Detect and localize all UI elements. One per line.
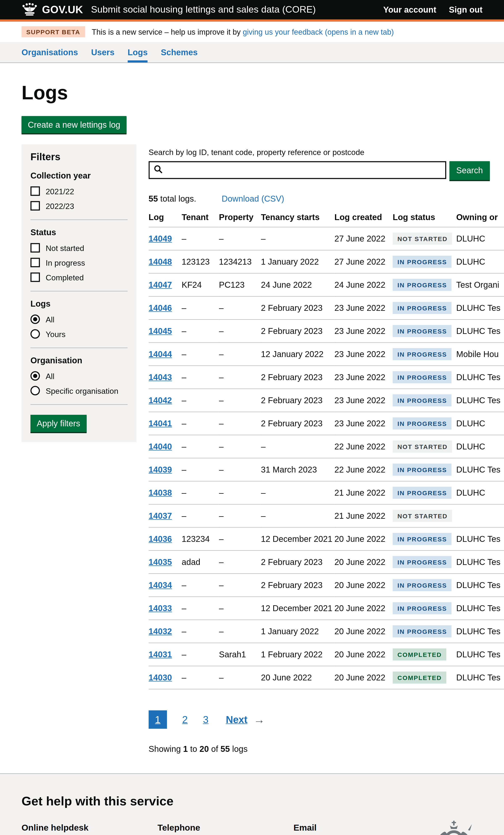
pagination-next-link[interactable]: Next bbox=[226, 714, 247, 726]
log-status-cell: IN PROGRESS bbox=[393, 296, 456, 320]
log-id-link[interactable]: 14040 bbox=[149, 442, 172, 451]
results-summary: 55 total logs. Download (CSV) bbox=[149, 194, 504, 204]
log-id-link[interactable]: 14045 bbox=[149, 326, 172, 335]
sign-out-link[interactable]: Sign out bbox=[449, 5, 483, 15]
log-id-link[interactable]: 14037 bbox=[149, 511, 172, 520]
radio-logs-all[interactable] bbox=[31, 314, 40, 324]
log-created-cell: 22 June 2022 bbox=[335, 458, 393, 481]
checkbox-in-progress[interactable] bbox=[31, 258, 40, 267]
feedback-link[interactable]: giving us your feedback (opens in a new … bbox=[243, 27, 394, 36]
crown-icon bbox=[22, 2, 38, 18]
checkbox-2022-23[interactable] bbox=[31, 201, 40, 211]
property-cell: – bbox=[219, 412, 261, 435]
log-status-cell: NOT STARTED bbox=[393, 227, 456, 250]
service-name[interactable]: Submit social housing lettings and sales… bbox=[91, 4, 316, 15]
property-cell: – bbox=[219, 620, 261, 643]
apply-filters-button[interactable]: Apply filters bbox=[31, 415, 86, 432]
log-id-link[interactable]: 14046 bbox=[149, 303, 172, 312]
log-id-link[interactable]: 14038 bbox=[149, 488, 172, 497]
column-header-tenancy-starts: Tenancy starts bbox=[261, 212, 335, 227]
log-id-link[interactable]: 14031 bbox=[149, 650, 172, 659]
log-id-link[interactable]: 14042 bbox=[149, 396, 172, 405]
search-label: Search by log ID, tenant code, property … bbox=[149, 148, 504, 157]
filter-group-status: Status bbox=[31, 228, 128, 237]
table-row: 14041––2 February 202323 June 2022IN PRO… bbox=[149, 412, 504, 435]
govuk-logo-text[interactable]: GOV.UK bbox=[42, 4, 83, 16]
radio-specific-organisation[interactable] bbox=[31, 386, 40, 395]
tenant-cell: – bbox=[182, 597, 219, 620]
nav-item-logs[interactable]: Logs bbox=[128, 42, 148, 63]
tenancy-starts-cell: 1 January 2022 bbox=[261, 250, 335, 273]
checkbox-not-started[interactable] bbox=[31, 243, 40, 253]
right-arrow-icon: → bbox=[254, 713, 265, 726]
footer-heading: Get help with this service bbox=[22, 794, 483, 809]
property-cell: – bbox=[219, 320, 261, 343]
pagination-page-3[interactable]: 3 bbox=[203, 714, 208, 726]
log-id-link[interactable]: 14030 bbox=[149, 673, 172, 682]
create-lettings-log-button[interactable]: Create a new lettings log bbox=[22, 116, 127, 134]
radio-organisation-all[interactable] bbox=[31, 371, 40, 381]
tenancy-starts-cell: 2 February 2023 bbox=[261, 389, 335, 412]
pagination-page-1-current[interactable]: 1 bbox=[149, 711, 167, 729]
nav-item-users[interactable]: Users bbox=[91, 42, 115, 63]
owning-organisation-cell: DLUHC bbox=[456, 481, 504, 504]
checkbox-completed[interactable] bbox=[31, 272, 40, 282]
pagination-page-2[interactable]: 2 bbox=[182, 714, 188, 726]
checkbox-2021-22[interactable] bbox=[31, 186, 40, 196]
log-id-link[interactable]: 14043 bbox=[149, 372, 172, 382]
log-id-link[interactable]: 14035 bbox=[149, 557, 172, 566]
log-cell: 14042 bbox=[149, 389, 182, 412]
nav-item-schemes[interactable]: Schemes bbox=[161, 42, 198, 63]
showing-from: 1 bbox=[183, 745, 188, 754]
log-id-link[interactable]: 14033 bbox=[149, 604, 172, 613]
log-id-link[interactable]: 14044 bbox=[149, 349, 172, 359]
filter-divider bbox=[31, 220, 128, 220]
owning-organisation-cell: DLUHC Tes bbox=[456, 643, 504, 666]
filter-divider bbox=[31, 291, 128, 291]
log-id-link[interactable]: 14036 bbox=[149, 534, 172, 543]
log-id-link[interactable]: 14041 bbox=[149, 419, 172, 428]
search-button[interactable]: Search bbox=[449, 161, 490, 180]
property-cell: – bbox=[219, 366, 261, 389]
status-tag: NOT STARTED bbox=[393, 233, 452, 245]
tenancy-starts-cell: 20 June 2022 bbox=[261, 666, 335, 689]
tenant-cell: – bbox=[182, 666, 219, 689]
tenant-cell: – bbox=[182, 389, 219, 412]
log-id-link[interactable]: 14048 bbox=[149, 257, 172, 266]
owning-organisation-cell: DLUHC Tes bbox=[456, 573, 504, 597]
radio-label: Specific organisation bbox=[46, 386, 118, 395]
download-csv-link[interactable]: Download (CSV) bbox=[222, 194, 284, 203]
log-cell: 14037 bbox=[149, 504, 182, 527]
status-tag: COMPLETED bbox=[393, 649, 446, 661]
table-row: 14032––1 January 202220 June 2022IN PROG… bbox=[149, 620, 504, 643]
tenant-cell: – bbox=[182, 227, 219, 250]
log-cell: 14030 bbox=[149, 666, 182, 689]
log-status-cell: IN PROGRESS bbox=[393, 481, 456, 504]
log-id-link[interactable]: 14047 bbox=[149, 280, 172, 289]
checkbox-label: In progress bbox=[46, 258, 85, 267]
owning-organisation-cell: DLUHC Tes bbox=[456, 666, 504, 689]
tenancy-starts-cell: 2 February 2023 bbox=[261, 296, 335, 320]
log-id-link[interactable]: 14049 bbox=[149, 234, 172, 243]
search-input[interactable] bbox=[166, 165, 441, 175]
your-account-link[interactable]: Your account bbox=[383, 5, 436, 15]
filters-panel: Filters Collection year 2021/22 2022/23 … bbox=[22, 144, 137, 442]
property-cell: – bbox=[219, 504, 261, 527]
filter-option: In progress bbox=[31, 258, 128, 267]
log-id-link[interactable]: 14032 bbox=[149, 627, 172, 636]
radio-label: All bbox=[46, 371, 55, 381]
owning-organisation-cell: DLUHC bbox=[456, 227, 504, 250]
column-header-log-created: Log created bbox=[335, 212, 393, 227]
status-tag: IN PROGRESS bbox=[393, 371, 452, 384]
filter-option: Not started bbox=[31, 243, 128, 253]
log-id-link[interactable]: 14039 bbox=[149, 465, 172, 474]
govuk-header: GOV.UK Submit social housing lettings an… bbox=[0, 0, 504, 22]
log-id-link[interactable]: 14034 bbox=[149, 581, 172, 590]
nav-item-organisations[interactable]: Organisations bbox=[22, 42, 78, 63]
property-cell: – bbox=[219, 666, 261, 689]
log-created-cell: 20 June 2022 bbox=[335, 620, 393, 643]
property-cell: – bbox=[219, 435, 261, 458]
radio-logs-yours[interactable] bbox=[31, 329, 40, 339]
table-row: 14035adad–2 February 202320 June 2022IN … bbox=[149, 550, 504, 573]
tenancy-starts-cell: 2 February 2023 bbox=[261, 412, 335, 435]
